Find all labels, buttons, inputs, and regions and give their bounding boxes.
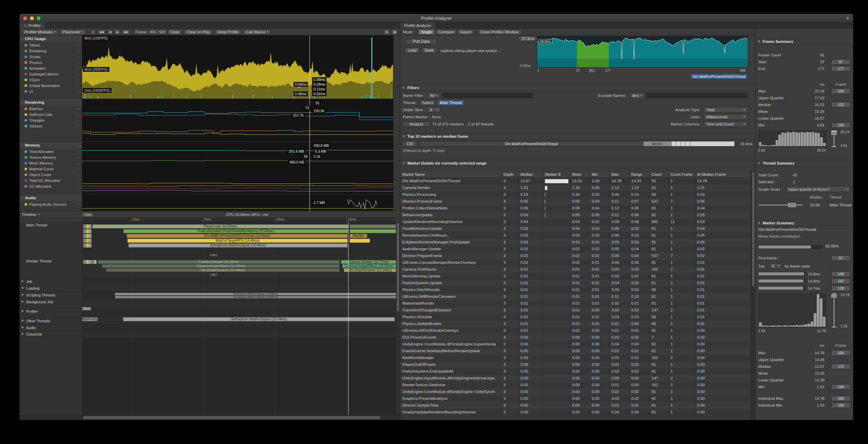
thread-label[interactable]: Render Thread [20,258,82,278]
frame-jump-button[interactable]: 172 [831,364,850,369]
frame-summary-header[interactable]: ▼ Frame Summary [756,38,853,45]
timeline-bar[interactable] [83,229,92,233]
tab-profiler[interactable]: ⊙ Profiler [20,22,45,29]
timeline-bar[interactable]: Gfx.DrawDynamic (15.19ms) [344,268,396,272]
table-row[interactable]: UIEvents.WillRenderCanvases30.010.010.01… [400,293,751,300]
close-button[interactable] [23,16,27,20]
frame-jump-button[interactable]: 97 [831,59,850,65]
first-frame-button[interactable]: ◀◀ [98,29,106,35]
frame-jump-button[interactable]: 132 [831,102,850,107]
frame-jump-button[interactable]: 100 [831,350,850,356]
frame-jump-button[interactable]: 129 [831,286,850,291]
column-header[interactable]: Min [590,171,609,177]
save-button[interactable]: Save [421,48,437,53]
timeline-bar[interactable] [82,307,91,310]
module-legend-item[interactable]: Playing Audio Sources–– [20,201,82,207]
column-header[interactable]: Mean [570,171,590,177]
column-header[interactable]: Depth [501,171,518,177]
timeline-bar[interactable]: WaitForTargetFPS (14.46ms) [127,239,348,243]
column-header[interactable]: Max [609,171,629,177]
mode-single-button[interactable]: Single [418,29,435,35]
prev-frame-button[interactable]: ◀ [107,29,113,35]
table-row[interactable]: Gfx.WaitForPresentOnGfxThread313.6713.33… [400,178,751,185]
column-header[interactable]: Count [650,171,669,177]
marker-summary-header[interactable]: ▼ Marker Summary [756,220,853,226]
frame-jump-button[interactable]: 159 [831,403,850,408]
detailed-view-icon[interactable]: ▤ [384,29,390,35]
marker-columns-dropdown[interactable]: Time and Count▾ [704,121,748,127]
profiler-modules-dropdown[interactable]: Profiler Modules▾ [22,29,58,35]
pull-data-button[interactable]: Pull Data [406,39,437,44]
timeline-track[interactable]: PlayerLoop (16.65ms)PostLateUpdate.Finis… [82,222,396,415]
timeline-bar[interactable]: Camera.ImageEffects (15.26ms) [342,264,396,268]
name-filter-mode-dropdown[interactable]: All▾ [427,93,440,98]
expand-arrow[interactable]: ▼ [209,273,218,276]
module-legend-item[interactable]: Batches–– [20,106,82,112]
frame-jump-button[interactable]: 147 [831,278,850,284]
table-row[interactable]: UpdateRendererBoundingVolumes30.040.040.… [400,219,751,225]
column-header[interactable]: Median B [543,171,570,177]
table-row[interactable]: MeshSkinning.Update30.010.010.010.030.02… [400,273,751,280]
name-filter-input[interactable] [442,93,533,98]
timeline-bar[interactable] [83,260,96,264]
filters-section-header[interactable]: ▼ Filters [400,85,755,91]
module-legend-item[interactable]: SetPass Calls–– [20,112,82,117]
timeline-horizontal-scrollbar[interactable] [20,415,400,420]
call-stacks-dropdown[interactable]: Call Stacks▾ [243,29,271,35]
tab-profile-analyzer[interactable]: Profile Analyzer [400,22,436,29]
module-legend-item[interactable]: Material Count–– [20,166,82,172]
table-row[interactable]: UnityEngine.InputModule.dll!UnityEngineI… [400,375,751,382]
mode-compare-button[interactable]: Compare [435,29,457,35]
module-header[interactable]: ▪Rendering [20,99,82,106]
expand-arrow[interactable]: ▼ [209,253,218,257]
table-row[interactable]: Physics.FetchResults30.010.010.010.030.0… [400,287,751,293]
thread-summary-header[interactable]: ▼ Thread Summary [756,160,853,166]
table-row[interactable]: UnityEngine.CoreModule.dll!UnityEngine::… [400,389,751,395]
frame-jump-button[interactable]: 159 [831,384,850,390]
top-n-dropdown[interactable]: 3▾ [769,263,782,269]
close-profiler-window-button[interactable]: Close Profiler Window [478,29,521,35]
live-toggle[interactable]: Live [82,212,94,217]
timeline-bar[interactable]: Semaphore.WaitForSignal (16.66ms) [115,293,396,295]
timeline-bar[interactable] [83,224,92,228]
table-row[interactable]: TransformChangedDispatch30.010.010.000.0… [400,307,751,314]
table-row[interactable]: GUI.ProcessEvents30.000.000.000.030.0271… [400,334,751,341]
scrollbar-thumb[interactable] [397,223,399,311]
selected-thread-value[interactable]: Main Thread [438,100,464,105]
profiler-target-dropdown[interactable]: Playmode▾ [60,29,85,35]
thread-label[interactable]: ▶Profiler [20,308,82,318]
table-row[interactable]: RenderTexture.SetActive30.000.000.000.01… [400,382,751,389]
marker-details-section-header[interactable]: ▼ Marker Details for currently selected … [400,160,755,166]
table-row[interactable]: Director.PrepareFrame30.020.020.020.050.… [400,253,751,259]
timeline-bar[interactable]: PostLateUpdate.FinishFrameRendering (15.… [123,229,348,233]
timeline-bar[interactable] [83,234,92,238]
table-row[interactable]: Physics.UpdateBodies30.010.010.010.010.0… [400,321,751,327]
column-header[interactable]: At Median Frame [695,171,751,177]
module-legend-item[interactable]: Global Illumination–– [20,83,82,88]
module-legend-item[interactable]: Vertices–– [20,123,82,129]
frame-jump-button[interactable]: 100 [831,396,850,401]
exclude-names-input[interactable] [646,93,748,98]
thread-label[interactable]: ▶Scripting Threads [20,292,82,299]
deep-profile-toggle[interactable]: Deep Profile [214,29,241,35]
module-legend-item[interactable]: Physics–– [20,59,82,65]
selected-marker-badge[interactable]: Gfx.WaitForPresentOnGfxThread [691,74,747,79]
timeline-bar[interactable] [350,224,396,228]
module-legend-item[interactable]: Total Allocated–– [20,149,82,154]
table-row[interactable]: ParticleSystem.EndUpdateAll30.000.000.00… [400,368,751,375]
table-row[interactable]: EnlightenRuntimeManager.PostUpdate30.030… [400,239,751,246]
table-row[interactable]: Director.SampleTime30.000.000.000.010.01… [400,402,751,409]
timeline-bar[interactable]: Camera.Render (16.27ms) [341,260,396,264]
thread-label[interactable]: Main Thread [20,222,82,258]
median-frame-button[interactable]: 132 [403,141,417,147]
table-row[interactable]: Monobehaviour.OnMouse_30.030.030.030.060… [400,232,751,239]
timeline-bar[interactable]: Camera.ImageEffects (15.48ms) [102,264,340,268]
frame-jump-button[interactable]: 159 [831,122,850,128]
thread-label[interactable]: ▶Loading [20,285,82,292]
frame-jump-button[interactable]: 100 [831,271,850,277]
zoom-button[interactable] [37,16,41,20]
load-button[interactable]: Load [404,48,420,53]
profiler-view-dropdown[interactable]: Timeline ▾ [20,211,80,217]
selected-frame-line[interactable] [309,35,310,211]
table-vertical-scrollbar[interactable] [751,171,755,420]
